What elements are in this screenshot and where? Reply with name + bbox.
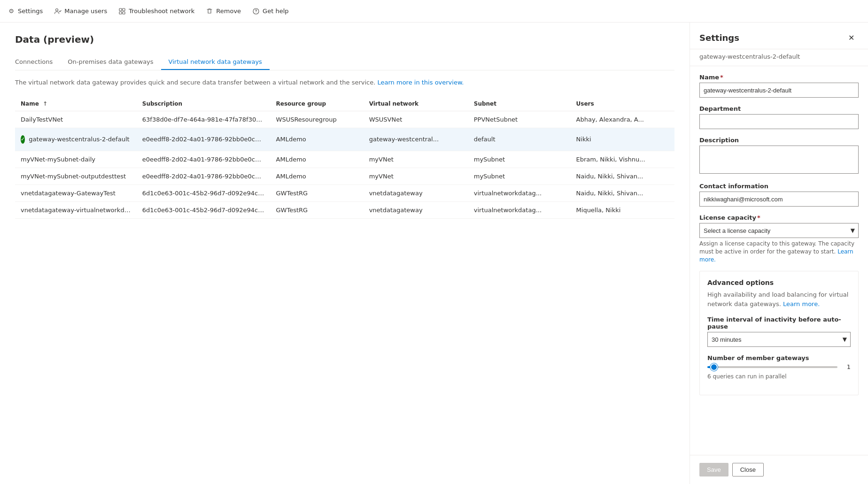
form-group-license: License capacity* Select a license capac…	[699, 214, 859, 263]
table-row[interactable]: ✓ gateway-westcentralus-2-default ⚙ ··· …	[15, 128, 674, 151]
form-group-time-interval: Time interval of inactivity before auto-…	[707, 316, 851, 347]
license-select[interactable]: Select a license capacity	[699, 223, 859, 238]
settings-toolbar-item[interactable]: ⚙ Settings	[8, 8, 43, 15]
advanced-learn-more-link[interactable]: Learn more.	[783, 300, 820, 307]
gateway-name: gateway-westcentralus-2-default	[29, 136, 129, 143]
svg-rect-1	[119, 8, 122, 11]
department-label: Department	[699, 105, 859, 112]
get-help-toolbar-item[interactable]: Get help	[252, 8, 288, 15]
contact-label: Contact information	[699, 183, 859, 190]
svg-point-6	[256, 12, 256, 13]
col-header-subscription: Subscription	[137, 97, 271, 111]
troubleshoot-network-label: Troubleshoot network	[129, 8, 194, 15]
left-content: Data (preview) Connections On-premises d…	[0, 23, 690, 484]
manage-users-label: Manage users	[64, 8, 107, 15]
slider-value: 1	[843, 363, 851, 370]
tabs: Connections On-premises data gateways Vi…	[15, 54, 674, 70]
troubleshoot-icon	[118, 8, 126, 15]
save-button[interactable]: Save	[699, 463, 728, 476]
license-select-wrapper: Select a license capacity ▼	[699, 223, 859, 238]
name-input[interactable]	[699, 83, 859, 98]
table-cell-subnet: PPVNetSubnet	[468, 111, 571, 128]
table-row[interactable]: myVNet-mySubnet-dailye0eedff8-2d02-4a01-…	[15, 151, 674, 168]
panel-footer: Save Close	[690, 455, 868, 484]
table-row[interactable]: myVNet-mySubnet-outputdestteste0eedff8-2…	[15, 168, 674, 184]
table-cell-users: Nikki	[571, 128, 674, 151]
remove-label: Remove	[216, 8, 241, 15]
table-cell-subnet: mySubnet	[468, 151, 571, 168]
slider-thumb[interactable]	[710, 363, 718, 371]
table-cell-subnet: virtualnetworkdatag...	[468, 184, 571, 201]
member-gateways-slider[interactable]	[707, 366, 837, 368]
col-header-virtual-network: Virtual network	[364, 97, 468, 111]
remove-toolbar-item[interactable]: Remove	[206, 8, 241, 15]
panel-close-button[interactable]: ✕	[844, 30, 859, 45]
toolbar: ⚙ Settings Manage users Troubleshoot net…	[0, 0, 868, 23]
table-cell-name: vnetdatagateway-virtualnetworkdata...	[15, 201, 137, 218]
get-help-icon	[252, 8, 260, 15]
table-cell-subscription: e0eedff8-2d02-4a01-9786-92bb0e0cb...	[137, 128, 271, 151]
svg-rect-4	[123, 12, 125, 14]
manage-users-icon	[54, 8, 62, 15]
row-actions: ⚙ ···	[133, 133, 137, 146]
advanced-options-desc: High availability and load balancing for…	[707, 290, 851, 308]
form-group-contact: Contact information	[699, 183, 859, 207]
col-header-subnet: Subnet	[468, 97, 571, 111]
table-cell-name: vnetdatagateway-GatewayTest	[15, 184, 137, 201]
table-cell-name: myVNet-mySubnet-outputdesttest	[15, 168, 137, 184]
troubleshoot-network-toolbar-item[interactable]: Troubleshoot network	[118, 8, 194, 15]
contact-input[interactable]	[699, 192, 859, 207]
table-cell-virtual-network: vnetdatagateway	[364, 184, 468, 201]
name-label: Name*	[699, 74, 859, 81]
table-cell-resource-group: AMLdemo	[271, 151, 364, 168]
description-input[interactable]	[699, 146, 859, 174]
table-row[interactable]: DailyTestVNet63f38d0e-df7e-464a-981e-47f…	[15, 111, 674, 128]
table-cell-subnet: virtualnetworkdatag...	[468, 201, 571, 218]
table-cell-virtual-network: myVNet	[364, 151, 468, 168]
table-cell-subnet: mySubnet	[468, 168, 571, 184]
form-group-name: Name*	[699, 74, 859, 98]
form-group-member-gateways: Number of member gateways 1 6 queries ca…	[707, 354, 851, 380]
main-layout: Data (preview) Connections On-premises d…	[0, 23, 868, 484]
svg-rect-2	[123, 8, 125, 11]
table-cell-name: DailyTestVNet	[15, 111, 137, 128]
table-cell-virtual-network: vnetdatagateway	[364, 201, 468, 218]
table-cell-subscription: 6d1c0e63-001c-45b2-96d7-d092e94c8...	[137, 184, 271, 201]
table-row[interactable]: vnetdatagateway-virtualnetworkdata...6d1…	[15, 201, 674, 218]
settings-row-button[interactable]: ⚙	[133, 133, 137, 146]
description-label: Description	[699, 137, 859, 144]
table-cell-name: myVNet-mySubnet-daily	[15, 151, 137, 168]
page-title: Data (preview)	[15, 34, 674, 45]
table-cell-users: Miquella, Nikki	[571, 201, 674, 218]
data-table: Name ↑ Subscription Resource group Virtu…	[15, 97, 674, 219]
svg-rect-3	[119, 12, 122, 14]
table-row[interactable]: vnetdatagateway-GatewayTest6d1c0e63-001c…	[15, 184, 674, 201]
settings-icon: ⚙	[8, 8, 15, 15]
manage-users-toolbar-item[interactable]: Manage users	[54, 8, 107, 15]
panel-subtitle: gateway-westcentralus-2-default	[690, 49, 868, 66]
description-text: The virtual network data gateway provide…	[15, 78, 674, 87]
learn-more-link[interactable]: Learn more in this overview.	[378, 79, 464, 86]
table-cell-subscription: 63f38d0e-df7e-464a-981e-47fa78f30861	[137, 111, 271, 128]
department-input[interactable]	[699, 114, 859, 129]
sort-arrow-name: ↑	[43, 100, 47, 107]
table-cell-resource-group: AMLdemo	[271, 128, 364, 151]
table-cell-subscription: e0eedff8-2d02-4a01-9786-92bb0e0cb...	[137, 151, 271, 168]
svg-point-0	[56, 8, 58, 11]
close-button[interactable]: Close	[732, 463, 764, 476]
table-cell-resource-group: GWTestRG	[271, 201, 364, 218]
tab-on-premises[interactable]: On-premises data gateways	[60, 54, 161, 70]
panel-body: Name* Department Description Contact inf…	[690, 66, 868, 455]
form-group-description: Description	[699, 137, 859, 175]
table-cell-virtual-network: WSUSVNet	[364, 111, 468, 128]
table-cell-resource-group: GWTestRG	[271, 184, 364, 201]
time-interval-select-wrapper: 30 minutes 1 hour 2 hours 4 hours Never …	[707, 332, 851, 347]
tab-connections[interactable]: Connections	[15, 54, 60, 70]
tab-virtual-network[interactable]: Virtual network data gateways	[161, 54, 270, 70]
table-cell-subnet: default	[468, 128, 571, 151]
slider-row: 1	[707, 363, 851, 370]
license-label: License capacity*	[699, 214, 859, 221]
settings-panel: Settings ✕ gateway-westcentralus-2-defau…	[690, 23, 868, 484]
panel-header: Settings ✕	[690, 23, 868, 49]
time-interval-select[interactable]: 30 minutes 1 hour 2 hours 4 hours Never	[707, 332, 851, 347]
